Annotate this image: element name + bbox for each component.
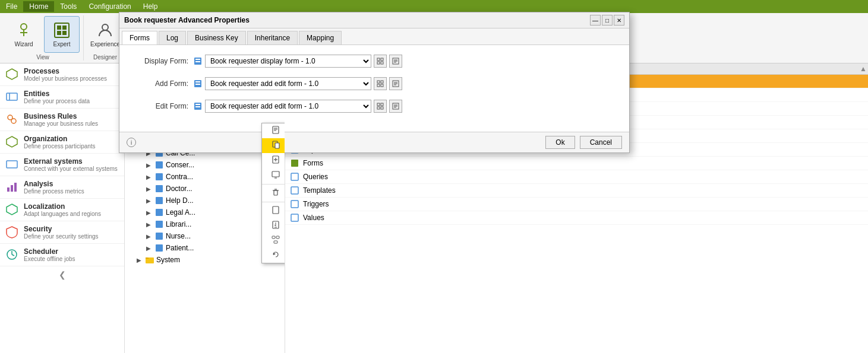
tree-item-nurse[interactable]: ▶ Nurse... — [125, 230, 285, 242]
dialog-tab-business-key[interactable]: Business Key — [187, 31, 246, 44]
toolbar-expert-button[interactable]: Expert — [44, 16, 80, 53]
dialog-controls: — □ ✕ — [590, 15, 624, 26]
queries-item-icon — [290, 172, 299, 182]
content-item-forms[interactable]: Forms — [285, 157, 868, 170]
menu-file[interactable]: File — [0, 1, 23, 12]
display-form-edit-btn[interactable] — [389, 55, 402, 68]
dialog-title: Book requester Advanced Properties — [124, 16, 250, 24]
tree-item-help-desk[interactable]: ▶ Help D... — [125, 195, 285, 206]
doctor-expand-icon: ▶ — [146, 186, 154, 192]
svg-rect-67 — [156, 244, 163, 252]
svg-point-41 — [11, 119, 16, 123]
tree-item-librarian-label: Librari... — [166, 220, 191, 228]
contract-entity-icon — [154, 172, 164, 182]
tree-item-conservation[interactable]: ▶ Conser... — [125, 159, 285, 171]
edit-form-grid-btn[interactable] — [374, 100, 387, 113]
edit-form-select[interactable]: Book requester add edit form - 1.0 — [205, 100, 371, 113]
display-form-select[interactable]: Book requester display form - 1.0 — [205, 55, 371, 68]
nav-analysis[interactable]: Analysis Define process metrics — [0, 176, 124, 199]
nav-organization[interactable]: Organization Define process participants — [0, 131, 124, 154]
content-scroll-up[interactable]: ▲ — [860, 65, 864, 73]
tree-item-legal-label: Legal A... — [166, 208, 195, 217]
organization-subtitle: Define process participants — [24, 143, 96, 150]
tree-item-librarian[interactable]: ▶ Librari... — [125, 218, 285, 230]
tree-item-system-label: System — [156, 256, 180, 264]
dialog-maximize-button[interactable]: □ — [602, 15, 613, 26]
nav-localization[interactable]: Localization Adapt languages and regions — [0, 199, 124, 221]
ctx-delete[interactable]: Delete — [262, 186, 285, 201]
dialog-tab-log[interactable]: Log — [159, 31, 186, 44]
menu-help[interactable]: Help — [137, 1, 164, 12]
ctx-separator-2 — [262, 202, 285, 202]
svg-rect-98 — [291, 187, 298, 194]
organization-title: Organization — [24, 135, 96, 143]
localization-subtitle: Adapt languages and regions — [24, 211, 101, 217]
designer-section-label: Designer — [93, 53, 117, 61]
dialog-tab-forms[interactable]: Forms — [122, 31, 157, 44]
nav-business-rules[interactable]: Business Rules Manage your business rule… — [0, 109, 124, 131]
svg-rect-61 — [156, 173, 163, 180]
display-form-grid-btn[interactable] — [374, 55, 387, 68]
add-form-edit-btn[interactable] — [389, 77, 402, 90]
advanced-properties-dialog: Book requester Advanced Properties — □ ✕… — [119, 12, 630, 153]
tree-item-doctor[interactable]: ▶ Doctor... — [125, 183, 285, 195]
dialog-tab-mapping[interactable]: Mapping — [299, 31, 342, 44]
nav-external-systems[interactable]: External systems Connect with your exter… — [0, 154, 124, 176]
svg-rect-99 — [291, 201, 298, 208]
content-item-queries[interactable]: Queries — [285, 170, 868, 184]
menu-configuration[interactable]: Configuration — [83, 1, 137, 12]
dialog-info-icon[interactable]: i — [127, 138, 136, 147]
nav-processes[interactable]: Processes Model your business processes — [0, 63, 124, 86]
toolbar-experience-button[interactable]: Experience — [87, 16, 123, 53]
nav-security[interactable]: Security Define your security settings — [0, 221, 124, 244]
svg-rect-102 — [195, 59, 200, 60]
tree-item-legal[interactable]: ▶ Legal A... — [125, 206, 285, 218]
ctx-advanced-properties[interactable]: Advanced properties — [262, 138, 285, 153]
tree-item-system[interactable]: ▶ System — [125, 254, 285, 266]
display-form-entity-icon — [193, 56, 203, 66]
conservation-expand-icon: ▶ — [146, 162, 154, 168]
svg-rect-83 — [273, 206, 279, 214]
svg-rect-104 — [377, 58, 380, 61]
tree-item-contract[interactable]: ▶ Contra... — [125, 171, 285, 183]
dialog-cancel-button[interactable]: Cancel — [580, 136, 622, 149]
svg-rect-88 — [274, 241, 277, 243]
ctx-work-portal-icon[interactable]: Work portal icon — [262, 168, 285, 183]
ctx-deploy-entities[interactable]: Deploy Entities — [262, 218, 285, 233]
content-item-templates[interactable]: Templates — [285, 184, 868, 198]
svg-rect-60 — [156, 161, 163, 168]
edit-form-edit-btn[interactable] — [389, 100, 402, 113]
dialog-ok-button[interactable]: Ok — [545, 136, 575, 149]
dialog-tab-inheritance[interactable]: Inheritance — [247, 31, 298, 44]
nav-scheduler[interactable]: Scheduler Execute offline jobs — [0, 244, 124, 266]
ctx-new-constructor-icon — [272, 155, 280, 166]
wizard-label: Wizard — [14, 41, 33, 48]
dialog-close-button[interactable]: ✕ — [614, 15, 624, 26]
localization-title: Localization — [24, 202, 101, 211]
external-systems-title: External systems — [24, 157, 118, 166]
svg-rect-69 — [273, 126, 279, 133]
content-item-values[interactable]: Values — [285, 211, 868, 225]
toolbar-wizard-button[interactable]: Wizard — [6, 16, 42, 53]
content-item-triggers[interactable]: Triggers — [285, 198, 868, 211]
svg-rect-43 — [7, 161, 17, 168]
ctx-view-dependencies[interactable]: View dependencies — [262, 233, 285, 248]
dialog-minimize-button[interactable]: — — [590, 15, 601, 26]
svg-rect-116 — [381, 81, 383, 83]
nav-entities[interactable]: Entities Define your process data — [0, 86, 124, 109]
ctx-properties[interactable]: Properties — [262, 123, 285, 138]
ctx-new-constructor[interactable]: New constructor — [262, 153, 285, 168]
ctx-work-portal-icon-icon — [272, 170, 280, 180]
ctx-xml-schemas[interactable]: Xml Schemas — [262, 203, 285, 218]
add-form-select[interactable]: Book requester add edit form - 1.0 — [205, 77, 371, 90]
edit-form-label: Edit Form: — [129, 102, 188, 110]
add-form-grid-btn[interactable] — [374, 77, 387, 90]
menu-home[interactable]: Home — [23, 1, 54, 12]
tree-item-patient[interactable]: ▶ Patient... — [125, 242, 285, 254]
entities-title: Entities — [24, 90, 90, 98]
tree-item-doctor-label: Doctor... — [166, 185, 192, 193]
menu-tools[interactable]: Tools — [54, 1, 83, 12]
ctx-refresh[interactable]: Refresh — [262, 248, 285, 263]
svg-rect-107 — [381, 62, 383, 64]
nav-collapse-button[interactable]: ❮ — [0, 266, 124, 283]
